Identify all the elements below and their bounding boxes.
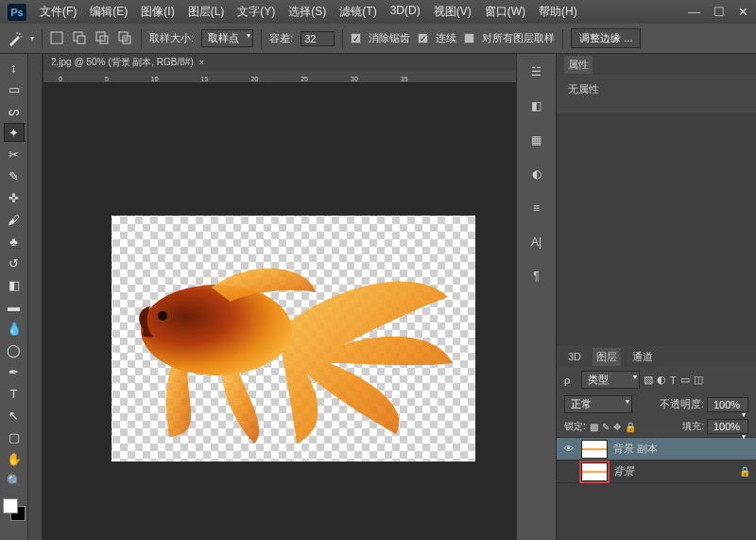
menu-help[interactable]: 帮助(H) — [535, 2, 581, 22]
eraser-tool-icon[interactable]: ◧ — [4, 275, 25, 294]
tab-channels[interactable]: 通道 — [628, 348, 657, 366]
document-tab[interactable]: 2.jpg @ 50% (背景 副本, RGB/8#) × — [43, 54, 516, 71]
filter-type-icon[interactable]: T — [670, 375, 677, 386]
close-icon[interactable]: ✕ — [738, 5, 748, 19]
adjustments-panel-icon[interactable]: ◐ — [526, 164, 547, 184]
brush-tool-icon[interactable]: 🖌 — [4, 210, 25, 229]
swatches-panel-icon[interactable]: ▦ — [526, 130, 547, 150]
lock-transparency-icon[interactable]: ▩ — [590, 422, 598, 432]
menu-file[interactable]: 文件(F) — [36, 2, 80, 22]
selection-add-icon[interactable] — [73, 31, 88, 46]
selection-subtract-icon[interactable] — [95, 31, 111, 46]
toolbox: ↕ ▭ ᔕ ✦ ✂ ✎ ✜ 🖌 ♣ ↺ ◧ ▬ 💧 ◯ ✒ T ↖ ▢ ✋ 🔍 — [0, 54, 28, 540]
hand-tool-icon[interactable]: ✋ — [4, 449, 25, 468]
history-panel-icon[interactable]: ☱ — [526, 61, 547, 82]
filter-smart-icon[interactable]: ◫ — [694, 374, 703, 386]
menu-window[interactable]: 窗口(W) — [481, 2, 529, 22]
layer-list: 👁 背景 副本 背景 🔒 — [557, 438, 756, 540]
menu-edit[interactable]: 编辑(E) — [86, 2, 131, 22]
visibility-toggle-icon[interactable] — [562, 465, 576, 479]
opacity-input[interactable]: 100% — [707, 397, 748, 412]
close-tab-icon[interactable]: × — [199, 58, 204, 67]
rectangle-tool-icon[interactable]: ▢ — [4, 427, 25, 446]
divider — [42, 29, 43, 48]
tab-3d[interactable]: 3D — [564, 349, 585, 364]
svg-rect-5 — [77, 36, 85, 44]
paragraph-panel-icon[interactable]: ¶ — [526, 266, 547, 287]
blur-tool-icon[interactable]: 💧 — [4, 319, 25, 338]
menu-layer[interactable]: 图层(L) — [184, 2, 229, 22]
character-panel-icon[interactable]: A| — [526, 232, 547, 253]
collapsed-panels: ☱ ◧ ▦ ◐ ≡ A| ¶ — [516, 54, 556, 540]
sample-all-layers-label: 对所有图层取样 — [482, 31, 555, 45]
magic-wand-tool-icon[interactable] — [8, 31, 23, 46]
menu-view[interactable]: 视图(V) — [430, 2, 475, 22]
divider — [141, 29, 142, 48]
chevron-down-icon[interactable]: ▾ — [30, 34, 34, 43]
selection-new-icon[interactable] — [50, 31, 65, 46]
menu-type[interactable]: 文字(Y) — [233, 2, 279, 22]
path-selection-tool-icon[interactable]: ↖ — [4, 406, 25, 425]
menu-image[interactable]: 图像(I) — [137, 2, 178, 22]
pen-tool-icon[interactable]: ✒ — [4, 362, 25, 381]
history-brush-tool-icon[interactable]: ↺ — [4, 253, 25, 272]
layers-panel: 3D 图层 通道 ρ 类型 ▧ ◐ T ▭ ◫ 正常 不透明度: 100% — [557, 346, 756, 540]
layer-thumbnail[interactable] — [581, 440, 608, 459]
document-canvas[interactable] — [112, 216, 475, 462]
eyedropper-tool-icon[interactable]: ✎ — [4, 166, 25, 185]
blend-mode-dropdown[interactable]: 正常 — [564, 395, 632, 413]
move-tool-icon[interactable]: ↕ — [4, 58, 25, 77]
styles-panel-icon[interactable]: ≡ — [526, 198, 547, 218]
layer-row[interactable]: 👁 背景 副本 — [557, 438, 756, 461]
dodge-tool-icon[interactable]: ◯ — [4, 340, 25, 359]
maximize-icon[interactable]: ☐ — [713, 5, 725, 19]
contiguous-checkbox[interactable] — [418, 33, 428, 44]
divider — [342, 29, 343, 48]
kind-filter-icon[interactable]: ρ — [564, 375, 577, 386]
gradient-tool-icon[interactable]: ▬ — [4, 297, 25, 316]
properties-tab[interactable]: 属性 — [564, 56, 593, 74]
document-tab-title: 2.jpg @ 50% (背景 副本, RGB/8#) — [51, 56, 194, 69]
menu-select[interactable]: 选择(S) — [284, 2, 330, 22]
layer-name[interactable]: 背景 — [613, 464, 634, 479]
tab-layers[interactable]: 图层 — [593, 348, 621, 366]
filter-adjust-icon[interactable]: ◐ — [657, 374, 666, 386]
selection-intersect-icon[interactable] — [118, 31, 133, 46]
titlebar: Ps 文件(F) 编辑(E) 图像(I) 图层(L) 文字(Y) 选择(S) 滤… — [0, 0, 756, 24]
kind-filter-dropdown[interactable]: 类型 — [581, 371, 640, 389]
clone-stamp-tool-icon[interactable]: ♣ — [4, 232, 25, 251]
menu-3d[interactable]: 3D(D) — [387, 2, 424, 22]
antialias-checkbox[interactable] — [351, 33, 361, 44]
healing-brush-tool-icon[interactable]: ✜ — [4, 188, 25, 207]
crop-tool-icon[interactable]: ✂ — [4, 145, 25, 164]
layer-row[interactable]: 背景 🔒 — [557, 461, 756, 483]
magic-wand-tool-icon[interactable]: ✦ — [4, 123, 25, 142]
zoom-tool-icon[interactable]: 🔍 — [4, 471, 25, 490]
filter-pixel-icon[interactable]: ▧ — [644, 374, 653, 386]
marquee-tool-icon[interactable]: ▭ — [4, 79, 25, 98]
layer-thumbnail[interactable] — [581, 462, 608, 481]
visibility-toggle-icon[interactable]: 👁 — [562, 443, 576, 456]
layer-name[interactable]: 背景 副本 — [613, 442, 658, 456]
lock-brush-icon[interactable]: ✎ — [602, 422, 610, 432]
color-panel-icon[interactable]: ◧ — [526, 96, 547, 116]
sample-all-layers-checkbox[interactable] — [464, 33, 474, 44]
refine-edge-button[interactable]: 调整边缘 ... — [571, 28, 641, 48]
lock-all-icon[interactable]: 🔒 — [625, 422, 636, 432]
minimize-icon[interactable]: — — [688, 5, 700, 19]
type-tool-icon[interactable]: T — [4, 384, 25, 403]
foreground-color-swatch[interactable] — [3, 498, 18, 514]
panel-column: 属性 无属性 3D 图层 通道 ρ 类型 ▧ ◐ T ▭ ◫ — [556, 54, 756, 540]
color-swatches[interactable] — [3, 498, 26, 521]
tolerance-input[interactable] — [301, 31, 335, 46]
menu-filter[interactable]: 滤镜(T) — [335, 2, 380, 22]
lock-position-icon[interactable]: ✥ — [613, 422, 621, 432]
lasso-tool-icon[interactable]: ᔕ — [4, 101, 25, 120]
window-controls: — ☐ ✕ — [688, 5, 748, 19]
fill-input[interactable]: 100% — [707, 419, 748, 434]
sample-size-dropdown[interactable]: 取样点 — [201, 29, 253, 47]
svg-rect-10 — [123, 36, 128, 41]
filter-shape-icon[interactable]: ▭ — [680, 374, 690, 386]
canvas-area: 2.jpg @ 50% (背景 副本, RGB/8#) × 0 5 10 15 … — [43, 54, 516, 540]
divider — [562, 29, 563, 48]
